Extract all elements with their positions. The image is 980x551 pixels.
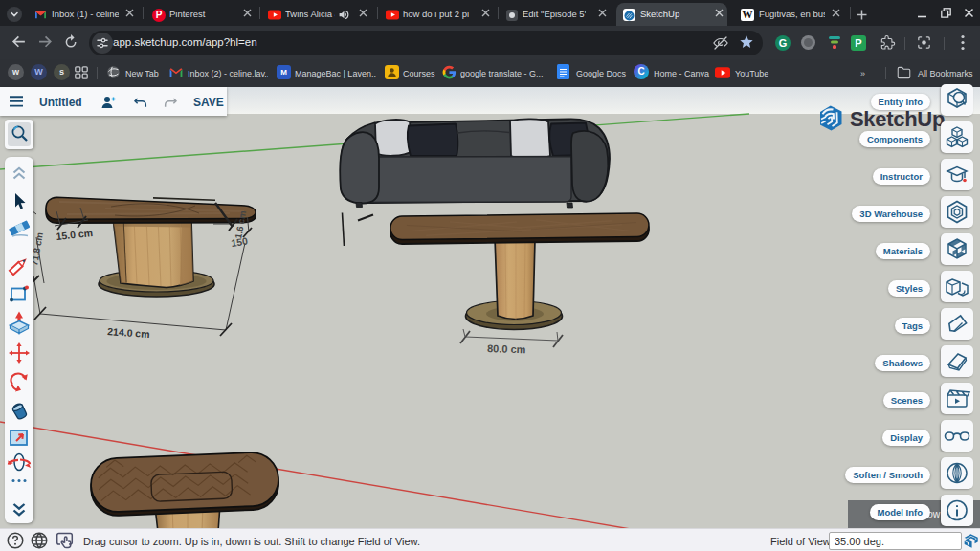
svg-text:15.0 cm: 15.0 cm [56,227,94,242]
svg-text:80.0 cm: 80.0 cm [487,342,526,355]
svg-text:150: 150 [231,235,249,249]
svg-text:214.0 cm: 214.0 cm [107,325,150,340]
